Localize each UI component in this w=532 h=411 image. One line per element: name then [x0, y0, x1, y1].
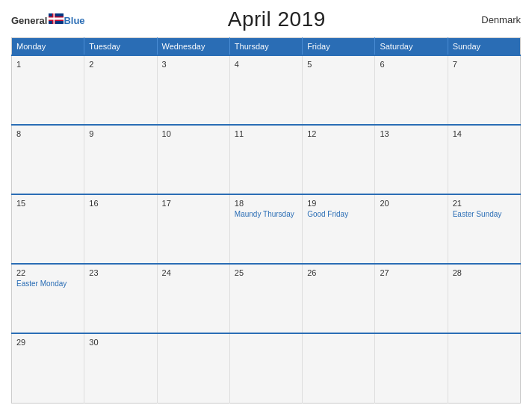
- table-row: [303, 333, 375, 403]
- calendar-week-row: 15161718Maundy Thursday19Good Friday2021…: [12, 194, 521, 264]
- table-row: [375, 333, 448, 403]
- day-number: 4: [235, 60, 297, 69]
- holiday-label: Easter Monday: [16, 279, 79, 288]
- table-row: 8: [12, 125, 84, 194]
- calendar-week-row: 22Easter Monday232425262728: [12, 264, 521, 333]
- day-number: 28: [453, 268, 516, 277]
- calendar-week-row: 891011121314: [12, 125, 521, 194]
- table-row: 2: [84, 55, 157, 125]
- holiday-label: Good Friday: [307, 209, 370, 219]
- table-row: [448, 333, 520, 403]
- day-number: 17: [162, 199, 225, 208]
- col-saturday: Saturday: [375, 38, 448, 56]
- day-number: 7: [453, 60, 516, 69]
- table-row: 7: [448, 55, 520, 125]
- day-number: 23: [89, 268, 152, 277]
- day-number: 21: [453, 199, 516, 208]
- day-number: 13: [380, 129, 442, 138]
- table-row: 18Maundy Thursday: [229, 194, 302, 264]
- calendar-week-row: 1234567: [12, 55, 521, 125]
- calendar-header: General Blue April 2019 Denmark: [11, 7, 521, 31]
- table-row: [157, 333, 229, 403]
- col-friday: Friday: [303, 38, 375, 56]
- day-number: 19: [307, 199, 370, 208]
- table-row: 19Good Friday: [303, 194, 375, 264]
- table-row: 26: [303, 264, 375, 333]
- table-row: 14: [448, 125, 520, 194]
- calendar-page: General Blue April 2019 Denmark Monday T…: [0, 0, 532, 411]
- table-row: 24: [157, 264, 229, 333]
- logo-flag-icon: [49, 13, 64, 24]
- calendar-week-row: 2930: [12, 333, 521, 403]
- table-row: 3: [157, 55, 229, 125]
- day-number: 14: [453, 129, 516, 138]
- col-monday: Monday: [12, 38, 84, 56]
- day-number: 27: [380, 268, 442, 277]
- table-row: 1: [12, 55, 84, 125]
- table-row: 16: [84, 194, 157, 264]
- table-row: 10: [157, 125, 229, 194]
- day-number: 5: [307, 60, 370, 69]
- holiday-label: Easter Sunday: [453, 209, 516, 219]
- day-number: 24: [162, 268, 225, 277]
- table-row: 15: [12, 194, 84, 264]
- table-row: 23: [84, 264, 157, 333]
- table-row: 17: [157, 194, 229, 264]
- logo: General Blue: [11, 13, 85, 25]
- day-number: 9: [89, 129, 152, 138]
- calendar-table: Monday Tuesday Wednesday Thursday Friday…: [11, 37, 521, 404]
- table-row: 27: [375, 264, 448, 333]
- day-number: 11: [235, 129, 297, 138]
- day-number: 6: [380, 60, 442, 69]
- day-number: 10: [162, 129, 225, 138]
- table-row: 22Easter Monday: [12, 264, 84, 333]
- day-number: 16: [89, 199, 152, 208]
- logo-blue-text: Blue: [64, 16, 84, 25]
- table-row: 30: [84, 333, 157, 403]
- table-row: 28: [448, 264, 520, 333]
- svg-rect-4: [49, 18, 64, 20]
- day-number: 29: [16, 338, 79, 347]
- col-wednesday: Wednesday: [157, 38, 229, 56]
- country-label: Denmark: [468, 14, 521, 25]
- table-row: 9: [84, 125, 157, 194]
- table-row: 12: [303, 125, 375, 194]
- day-number: 20: [380, 199, 442, 208]
- day-number: 2: [89, 60, 152, 69]
- day-number: 8: [16, 129, 79, 138]
- day-number: 15: [16, 199, 79, 208]
- day-number: 12: [307, 129, 370, 138]
- table-row: 25: [229, 264, 302, 333]
- table-row: 6: [375, 55, 448, 125]
- calendar-header-row: Monday Tuesday Wednesday Thursday Friday…: [12, 38, 521, 56]
- day-number: 30: [89, 338, 152, 347]
- col-sunday: Sunday: [448, 38, 520, 56]
- day-number: 22: [16, 268, 79, 277]
- day-number: 1: [16, 60, 79, 69]
- table-row: 13: [375, 125, 448, 194]
- table-row: 11: [229, 125, 302, 194]
- table-row: 29: [12, 333, 84, 403]
- day-number: 3: [162, 60, 225, 69]
- day-number: 26: [307, 268, 370, 277]
- table-row: 21Easter Sunday: [448, 194, 520, 264]
- day-number: 18: [235, 199, 297, 208]
- svg-rect-5: [54, 13, 55, 24]
- day-number: 25: [235, 268, 297, 277]
- holiday-label: Maundy Thursday: [235, 209, 297, 219]
- calendar-title: April 2019: [85, 7, 468, 31]
- col-tuesday: Tuesday: [84, 38, 157, 56]
- table-row: 20: [375, 194, 448, 264]
- table-row: [229, 333, 302, 403]
- logo-general-text: General: [11, 16, 47, 25]
- table-row: 4: [229, 55, 302, 125]
- table-row: 5: [303, 55, 375, 125]
- col-thursday: Thursday: [229, 38, 302, 56]
